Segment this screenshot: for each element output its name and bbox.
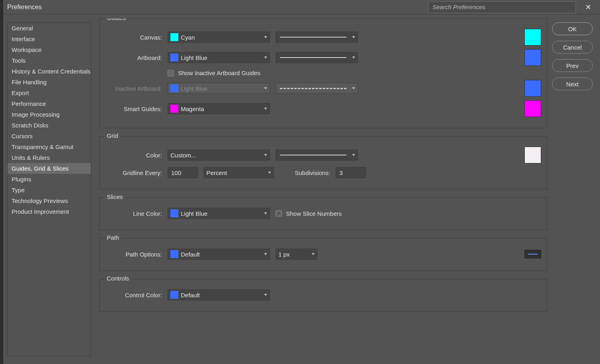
action-column: OK Cancel Prev Next — [552, 18, 596, 360]
gridline-every-label: Gridline Every: — [105, 169, 162, 176]
sidebar-item[interactable]: Export — [8, 88, 91, 98]
dropdown-value: Light Blue — [181, 210, 208, 217]
chevron-down-icon — [352, 154, 355, 156]
preferences-window: Preferences ✕ GeneralInterfaceWorkspaceT… — [3, 0, 600, 364]
color-swatch-icon — [170, 250, 178, 258]
dropdown-value: Default — [181, 292, 200, 298]
chevron-down-icon — [312, 253, 315, 255]
grid-swatch-button[interactable] — [524, 147, 541, 163]
dropdown-value: Default — [181, 251, 200, 258]
chevron-down-icon — [264, 253, 267, 255]
control-color-label: Control Color: — [105, 292, 162, 298]
artboard-label: Artboard: — [105, 54, 162, 61]
path-title: Path — [104, 234, 122, 241]
sidebar-item[interactable]: Interface — [8, 34, 91, 44]
controls-group: Controls Control Color: Default — [99, 279, 547, 312]
chevron-down-icon — [264, 88, 267, 90]
grid-linestyle-dropdown[interactable] — [276, 149, 358, 161]
sidebar-item[interactable]: Transparency & Gamut — [8, 141, 91, 152]
search-input[interactable] — [428, 1, 576, 13]
color-swatch-icon — [170, 209, 178, 217]
chevron-down-icon — [352, 36, 355, 38]
line-solid-icon — [280, 37, 346, 38]
close-icon: ✕ — [585, 3, 591, 12]
color-swatch-icon — [170, 54, 178, 62]
dropdown-value: 1 px — [278, 251, 290, 258]
inactive-color-dropdown: Light Blue — [168, 83, 270, 94]
sidebar-item[interactable]: Image Processing — [8, 109, 91, 120]
sidebar-item[interactable]: General — [8, 23, 91, 34]
sidebar-item[interactable]: Performance — [8, 98, 91, 109]
control-color-dropdown[interactable]: Default — [168, 289, 270, 300]
sidebar-item[interactable]: Workspace — [8, 44, 91, 55]
gridline-every-input[interactable] — [168, 167, 198, 178]
sidebar-item[interactable]: File Handling — [8, 77, 91, 88]
sidebar-item[interactable]: Product Improvement — [8, 206, 91, 217]
smart-color-dropdown[interactable]: Magenta — [168, 103, 270, 114]
slice-color-dropdown[interactable]: Light Blue — [168, 208, 270, 219]
next-button[interactable]: Next — [552, 78, 593, 90]
sidebar-item[interactable]: History & Content Credentials — [8, 66, 91, 77]
smart-swatch-button[interactable] — [524, 100, 541, 117]
path-options-label: Path Options: — [105, 251, 162, 258]
show-slice-numbers-checkbox[interactable]: Show Slice Numbers — [276, 210, 342, 217]
sidebar-item[interactable]: Guides, Grid & Slices — [8, 163, 91, 174]
path-preview — [524, 250, 541, 259]
path-thickness-dropdown[interactable]: 1 px — [276, 249, 318, 260]
artboard-linestyle-dropdown[interactable] — [276, 52, 358, 63]
artboard-color-dropdown[interactable]: Light Blue — [168, 52, 270, 63]
color-swatch-icon — [170, 291, 178, 299]
color-swatch-icon — [170, 105, 178, 113]
sidebar-item[interactable]: Type — [8, 185, 91, 195]
inactive-swatch-button[interactable] — [524, 80, 541, 97]
sidebar-item[interactable]: Tools — [8, 55, 91, 66]
sidebar-item[interactable]: Units & Rulers — [8, 152, 91, 163]
line-solid-icon — [280, 57, 346, 58]
close-button[interactable]: ✕ — [580, 0, 596, 14]
color-swatch-icon — [170, 84, 178, 92]
titlebar: Preferences ✕ — [3, 0, 600, 14]
sidebar-item[interactable]: Scratch Disks — [8, 120, 91, 131]
sidebar-item[interactable]: Cursors — [8, 131, 91, 141]
grid-color-dropdown[interactable]: Custom... — [168, 149, 270, 161]
dropdown-value: Cyan — [181, 34, 195, 41]
chevron-down-icon — [264, 36, 267, 38]
canvas-color-dropdown[interactable]: Cyan — [168, 32, 270, 43]
grid-group: Grid Color: Custom... Gridline Eve — [99, 136, 547, 189]
slices-title: Slices — [104, 193, 125, 200]
chevron-down-icon — [264, 108, 267, 110]
path-color-dropdown[interactable]: Default — [168, 249, 270, 260]
sidebar-item[interactable]: Technology Previews — [8, 195, 91, 206]
inactive-linestyle-dropdown — [276, 83, 358, 94]
artboard-swatch-button[interactable] — [524, 49, 541, 66]
window-title: Preferences — [7, 4, 42, 11]
chevron-down-icon — [264, 294, 267, 296]
checkbox-label: Show Slice Numbers — [286, 210, 342, 217]
dropdown-value: Percent — [206, 169, 227, 176]
line-color-label: Line Color: — [105, 210, 162, 217]
slices-group: Slices Line Color: Light Blue Show Slice… — [99, 197, 547, 230]
chevron-down-icon — [352, 88, 355, 90]
gridline-unit-dropdown[interactable]: Percent — [204, 167, 274, 178]
smart-guides-label: Smart Guides: — [105, 105, 162, 112]
canvas-label: Canvas: — [105, 34, 162, 41]
content-panel: Guides Canvas: Cyan A — [91, 18, 552, 360]
grid-color-label: Color: — [105, 152, 162, 159]
color-swatch-icon — [170, 33, 178, 41]
prev-button[interactable]: Prev — [552, 59, 593, 72]
checkbox-label: Show Inactive Artboard Guides — [178, 70, 260, 76]
checkbox-icon — [276, 210, 282, 217]
chevron-down-icon — [268, 172, 271, 174]
dropdown-value: Light Blue — [181, 85, 208, 92]
cancel-button[interactable]: Cancel — [552, 41, 593, 54]
canvas-linestyle-dropdown[interactable] — [276, 32, 358, 43]
inactive-artboard-label: Inactive Artboard: — [105, 85, 162, 92]
canvas-swatch-button[interactable] — [524, 29, 541, 46]
subdivisions-input[interactable] — [336, 167, 366, 178]
controls-title: Controls — [104, 275, 132, 282]
show-inactive-checkbox[interactable]: Show Inactive Artboard Guides — [168, 70, 260, 76]
sidebar-item[interactable]: Plugins — [8, 174, 91, 185]
guides-group: Guides Canvas: Cyan A — [99, 18, 547, 128]
dropdown-value: Custom... — [170, 152, 196, 159]
ok-button[interactable]: OK — [552, 22, 593, 35]
